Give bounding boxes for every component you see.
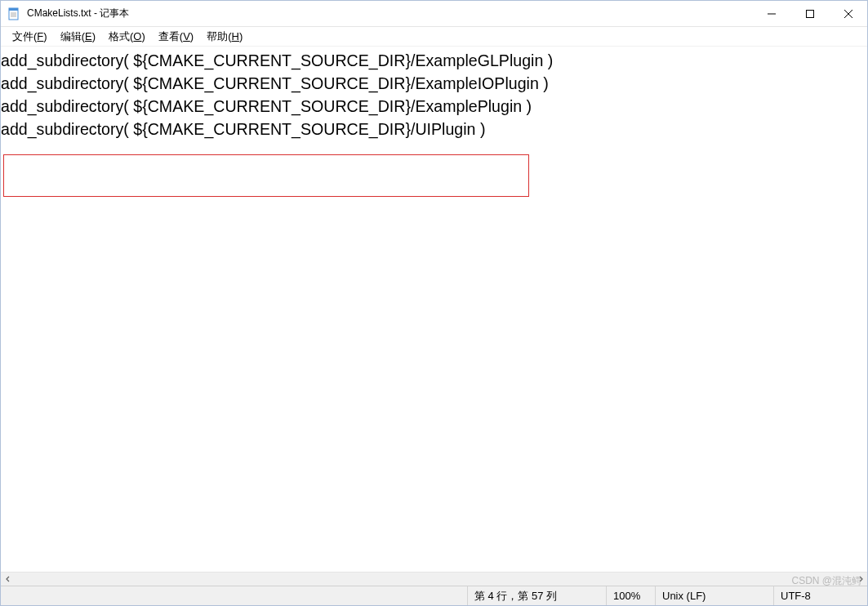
status-position: 第 4 行，第 57 列 [467, 586, 606, 605]
status-eol: Unix (LF) [655, 586, 773, 605]
editor-text[interactable]: add_subdirectory( ${CMAKE_CURRENT_SOURCE… [1, 49, 553, 140]
maximize-button[interactable] [790, 1, 829, 26]
horizontal-scrollbar[interactable] [1, 572, 867, 586]
notepad-icon [7, 7, 20, 20]
status-zoom: 100% [606, 586, 655, 605]
window-title: CMakeLists.txt - 记事本 [27, 7, 129, 20]
notepad-window: CMakeLists.txt - 记事本 文件(F) 编辑(E) 格式(O) 查… [0, 0, 868, 606]
svg-rect-6 [806, 10, 813, 17]
scroll-right-icon[interactable] [853, 573, 867, 586]
status-encoding: UTF-8 [773, 586, 867, 605]
window-controls [752, 1, 867, 26]
minimize-button[interactable] [752, 1, 790, 26]
menubar: 文件(F) 编辑(E) 格式(O) 查看(V) 帮助(H) [1, 27, 867, 47]
menu-edit[interactable]: 编辑(E) [54, 28, 102, 46]
svg-rect-1 [9, 8, 18, 11]
scroll-track[interactable] [15, 573, 853, 586]
statusbar: 第 4 行，第 57 列 100% Unix (LF) UTF-8 [1, 586, 867, 605]
menu-help[interactable]: 帮助(H) [200, 28, 249, 46]
editor-area[interactable]: add_subdirectory( ${CMAKE_CURRENT_SOURCE… [1, 47, 867, 572]
menu-file[interactable]: 文件(F) [6, 28, 54, 46]
close-button[interactable] [829, 1, 867, 26]
titlebar-left: CMakeLists.txt - 记事本 [1, 7, 129, 20]
scroll-left-icon[interactable] [1, 573, 15, 586]
menu-view[interactable]: 查看(V) [152, 28, 200, 46]
annotation-box [3, 154, 529, 197]
titlebar[interactable]: CMakeLists.txt - 记事本 [1, 1, 867, 27]
menu-format[interactable]: 格式(O) [102, 28, 152, 46]
